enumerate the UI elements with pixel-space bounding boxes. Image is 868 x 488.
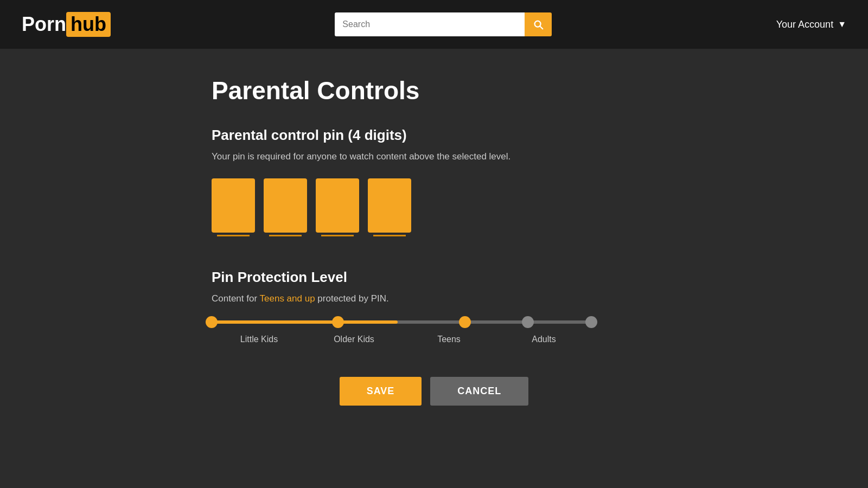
slider-dot-little-kids[interactable]	[206, 316, 218, 328]
pin-input-group	[212, 178, 656, 236]
protection-slider-container	[212, 320, 591, 324]
pin-section: Parental control pin (4 digits) Your pin…	[212, 127, 656, 236]
protection-desc-suffix: protected by PIN.	[315, 293, 389, 304]
chevron-down-icon: ▼	[838, 20, 846, 29]
header: Porn hub Your Account ▼	[0, 0, 868, 49]
page-title: Parental Controls	[212, 76, 656, 105]
search-bar	[335, 12, 552, 36]
slider-labels: Little Kids Older Kids Teens Adults	[212, 335, 591, 344]
slider-track	[212, 320, 591, 324]
protection-desc-prefix: Content for	[212, 293, 260, 304]
search-icon	[532, 18, 544, 30]
action-buttons: SAVE CANCEL	[212, 377, 656, 406]
pin-field-2[interactable]	[264, 178, 307, 233]
account-label: Your Account	[776, 19, 833, 30]
pin-digit-2	[264, 178, 307, 236]
slider-dot-end[interactable]	[585, 316, 597, 328]
pin-underline-4	[373, 235, 406, 236]
slider-label-adults: Adults	[496, 335, 591, 344]
pin-section-heading: Parental control pin (4 digits)	[212, 127, 656, 144]
protection-description: Content for Teens and up protected by PI…	[212, 293, 656, 304]
pin-field-1[interactable]	[212, 178, 255, 233]
search-input[interactable]	[335, 12, 525, 36]
protection-desc-highlight: Teens and up	[260, 293, 315, 304]
pin-field-3[interactable]	[316, 178, 359, 233]
account-menu[interactable]: Your Account ▼	[776, 19, 846, 30]
logo: Porn hub	[22, 12, 111, 37]
pin-underline-3	[321, 235, 354, 236]
pin-section-description: Your pin is required for anyone to watch…	[212, 151, 656, 162]
pin-digit-3	[316, 178, 359, 236]
save-button[interactable]: SAVE	[340, 377, 422, 406]
pin-underline-2	[269, 235, 302, 236]
slider-label-little-kids: Little Kids	[212, 335, 307, 344]
slider-fill	[212, 320, 398, 324]
logo-porn-text: Porn	[22, 13, 66, 36]
cancel-button[interactable]: CANCEL	[430, 377, 528, 406]
search-button[interactable]	[525, 12, 552, 36]
pin-digit-4	[368, 178, 411, 236]
main-content: Parental Controls Parental control pin (…	[190, 49, 678, 433]
protection-section: Pin Protection Level Content for Teens a…	[212, 269, 656, 344]
slider-dot-teens[interactable]	[459, 316, 471, 328]
slider-label-teens: Teens	[401, 335, 496, 344]
logo-hub-text: hub	[66, 12, 111, 37]
pin-underline-1	[217, 235, 250, 236]
pin-digit-1	[212, 178, 255, 236]
protection-heading: Pin Protection Level	[212, 269, 656, 286]
slider-dot-older-kids[interactable]	[332, 316, 344, 328]
slider-dot-adults[interactable]	[522, 316, 534, 328]
pin-field-4[interactable]	[368, 178, 411, 233]
slider-label-older-kids: Older Kids	[307, 335, 401, 344]
